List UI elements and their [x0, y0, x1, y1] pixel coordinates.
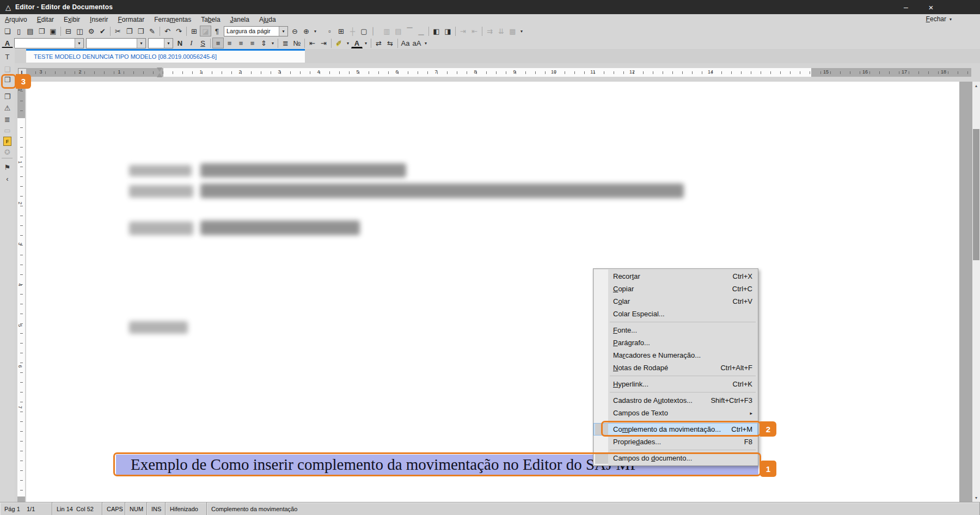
menubar-item-inserir[interactable]: Inserir — [85, 15, 113, 24]
font-name-combo[interactable]: ▾ — [14, 38, 84, 48]
toolbar-more-icon[interactable]: ▾ — [312, 26, 318, 36]
menubar-item-janela[interactable]: Janela — [225, 15, 254, 24]
tab-active-document[interactable]: TESTE MODELO DENUNCIA TIPO MODELO [08.20… — [26, 49, 305, 63]
border-bottom-icon[interactable]: ▁ — [415, 26, 427, 36]
menu-item-paragrafo[interactable]: Parágrafo... — [593, 336, 758, 349]
minimize-button[interactable]: – — [893, 0, 918, 14]
condense-spacing-icon[interactable]: ⇆ — [384, 38, 396, 48]
bullet-list-icon[interactable]: ≣ — [280, 38, 291, 48]
redo-icon[interactable]: ↷ — [173, 26, 185, 36]
menu-item-propriedades[interactable]: Propriedades...F8 — [593, 436, 758, 448]
split-cells-icon[interactable]: ◨ — [442, 26, 454, 36]
menu-item-colar[interactable]: ColarCtrl+V — [593, 295, 758, 308]
uppercase-icon[interactable]: Aa — [400, 38, 411, 48]
print-icon[interactable]: ⊟ — [63, 26, 74, 36]
save-icon[interactable]: ▣ — [47, 26, 59, 36]
styles-icon[interactable]: A — [2, 39, 13, 48]
border-left-icon[interactable]: ▏ — [370, 26, 381, 36]
document-list-icon[interactable]: ≣ — [2, 114, 13, 125]
format-more-icon[interactable]: ▾ — [422, 38, 429, 48]
chevron-down-icon[interactable]: ▾ — [279, 27, 287, 36]
border-vertical-icon[interactable]: ▥ — [381, 26, 393, 36]
collapse-panel-icon[interactable]: ‹ — [2, 174, 13, 184]
highlight-caret-icon[interactable]: ▾ — [345, 38, 351, 48]
paste-icon[interactable]: ❒ — [135, 26, 146, 36]
document-alert-icon[interactable]: ⚠ — [2, 103, 13, 113]
menubar-item-formatar[interactable]: Formatar — [113, 15, 149, 24]
menu-item-copiar[interactable]: CopiarCtrl+C — [593, 283, 758, 295]
menubar-item-ferramentas[interactable]: Ferramentas — [149, 15, 196, 24]
border-none-icon[interactable]: ▫ — [324, 26, 335, 36]
italic-icon[interactable]: I — [186, 38, 197, 48]
print-preview-icon[interactable]: ◫ — [74, 26, 85, 36]
split-table-icon[interactable]: ⇉ — [484, 26, 495, 36]
paragraph-style-combo[interactable]: ▾ — [86, 38, 146, 48]
bold-icon[interactable]: N — [174, 38, 186, 48]
menu-item-recortar[interactable]: RecortarCtrl+X — [593, 270, 758, 283]
border-horizontal-icon[interactable]: ▤ — [393, 26, 404, 36]
scrollbar-thumb[interactable] — [973, 129, 979, 260]
align-center-icon[interactable]: ≡ — [224, 38, 235, 48]
chevron-down-icon[interactable]: ▾ — [75, 39, 83, 48]
align-justify-icon[interactable]: ≡ — [247, 38, 258, 48]
increase-indent-icon[interactable]: ⇥ — [318, 38, 329, 48]
certificate-icon[interactable]: ✪ — [2, 147, 13, 157]
indent-marker[interactable] — [157, 68, 162, 77]
menubar-item-tabela[interactable]: Tabela — [196, 15, 225, 24]
format-painter-icon[interactable]: ✎ — [146, 26, 158, 36]
table-shading-icon[interactable]: ▩ — [507, 26, 518, 36]
screen-view-icon[interactable]: ❑ — [2, 64, 13, 75]
border-top-icon[interactable]: ▔ — [404, 26, 415, 36]
delete-row-icon[interactable]: ⇤ — [469, 26, 480, 36]
highlight-color-icon[interactable]: ✐ — [333, 38, 345, 48]
new-document-icon[interactable]: ❏ — [2, 26, 13, 36]
zoom-in-icon[interactable]: ⊕ — [301, 26, 312, 36]
menu-item-fonte[interactable]: Fonte... — [593, 324, 758, 336]
fechar-button[interactable]: Fechar ▾ — [926, 15, 952, 23]
folder-icon[interactable]: ▭ — [2, 125, 13, 136]
menubar-item-arquivo[interactable]: Arquivo — [0, 15, 32, 24]
menubar-item-exibir[interactable]: Exibir — [59, 15, 85, 24]
open-document-icon[interactable]: ▤ — [24, 26, 36, 36]
zoom-combo[interactable]: Largura da págir▾ — [224, 26, 288, 36]
border-outer-icon[interactable]: ▢ — [358, 26, 370, 36]
line-spacing-caret-icon[interactable]: ▾ — [270, 38, 276, 48]
vertical-scrollbar[interactable]: ▴ ▾ — [972, 82, 980, 502]
paragraph-marks-icon[interactable]: ¶ — [211, 26, 223, 36]
merge-cells-icon[interactable]: ◧ — [431, 26, 442, 36]
table-icon[interactable]: ⊞ — [188, 26, 200, 36]
close-button[interactable]: × — [918, 0, 944, 14]
menu-item-autotextos[interactable]: Cadastro de Autotextos...Shift+Ctrl+F3 — [593, 394, 758, 407]
cut-icon[interactable]: ✂ — [112, 26, 124, 36]
numbered-list-icon[interactable]: № — [291, 38, 303, 48]
print-setup-icon[interactable]: ⚙ — [85, 26, 97, 36]
spellcheck-icon[interactable]: ✔ — [97, 26, 108, 36]
undo-icon[interactable]: ↶ — [162, 26, 173, 36]
insert-row-icon[interactable]: ⇥ — [457, 26, 469, 36]
chevron-down-icon[interactable]: ▾ — [137, 39, 145, 48]
text-selection-tool-icon[interactable]: T — [2, 52, 13, 62]
menu-item-notas-rodape[interactable]: Notas de RodapéCtrl+Alt+F — [593, 361, 758, 374]
menu-item-campos-texto[interactable]: Campos de Texto▸ — [593, 407, 758, 419]
font-size-combo[interactable]: ▾ — [148, 38, 173, 48]
menubar-item-ajuda[interactable]: Ajuda — [254, 15, 281, 24]
object-icon[interactable]: ◪ — [200, 26, 211, 36]
join-table-icon[interactable]: ⇊ — [495, 26, 507, 36]
zoom-out-icon[interactable]: ⊖ — [289, 26, 301, 36]
copy-pages-icon[interactable]: ❐ — [2, 91, 13, 102]
copy-icon[interactable]: ❐ — [124, 26, 135, 36]
scroll-down-icon[interactable]: ▾ — [972, 494, 980, 502]
decrease-indent-icon[interactable]: ⇤ — [307, 38, 318, 48]
expand-spacing-icon[interactable]: ⇄ — [373, 38, 384, 48]
line-spacing-icon[interactable]: ⇕ — [258, 38, 270, 48]
blank-document-icon[interactable]: ▯ — [13, 26, 24, 36]
import-document-icon[interactable]: ❒ — [36, 26, 47, 36]
marker-flag-icon[interactable]: ⚑ — [2, 162, 13, 173]
menubar-item-editar[interactable]: Editar — [32, 15, 59, 24]
scroll-up-icon[interactable]: ▴ — [972, 82, 980, 90]
table-more-icon[interactable]: ▾ — [518, 26, 525, 36]
font-color-caret-icon[interactable]: ▾ — [363, 38, 369, 48]
menu-item-colar-especial[interactable]: Colar Especial... — [593, 308, 758, 320]
align-right-icon[interactable]: ≡ — [235, 38, 247, 48]
lowercase-icon[interactable]: aA — [411, 38, 422, 48]
